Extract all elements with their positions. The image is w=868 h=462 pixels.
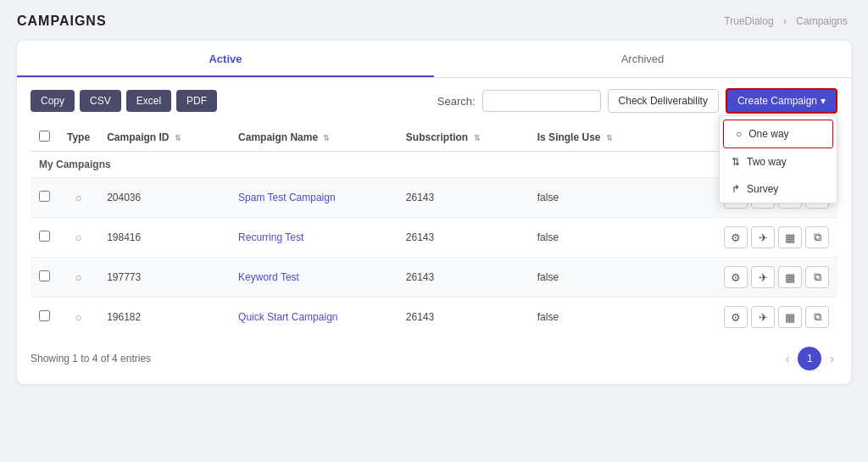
survey-label: Survey bbox=[747, 183, 778, 195]
create-campaign-button[interactable]: Create Campaign ▾ bbox=[726, 88, 837, 114]
row-subscription: 26143 bbox=[398, 218, 529, 258]
breadcrumb-separator: › bbox=[783, 15, 787, 27]
row-is-single-use: false bbox=[529, 258, 662, 298]
col-header-campaign-name: Campaign Name ⇅ bbox=[230, 124, 398, 152]
campaign-type-icon: ○ bbox=[75, 231, 82, 244]
chevron-down-icon: ▾ bbox=[821, 95, 826, 107]
row-is-single-use: false bbox=[529, 178, 662, 218]
excel-button[interactable]: Excel bbox=[126, 90, 171, 112]
survey-icon: ↱ bbox=[732, 183, 740, 195]
prev-page-button[interactable]: ‹ bbox=[782, 350, 793, 367]
action-send-button[interactable]: ✈ bbox=[751, 226, 775, 248]
row-checkbox[interactable] bbox=[39, 270, 50, 281]
campaign-type-icon: ○ bbox=[75, 271, 82, 284]
search-label: Search: bbox=[437, 95, 476, 108]
pagination: ‹ 1 › bbox=[782, 347, 837, 370]
action-send-button[interactable]: ✈ bbox=[751, 266, 775, 288]
breadcrumb-campaigns: Campaigns bbox=[796, 15, 848, 27]
campaigns-table: Type Campaign ID ⇅ Campaign Name ⇅ Subsc… bbox=[31, 124, 837, 337]
breadcrumb: TrueDialog › Campaigns bbox=[721, 15, 851, 27]
copy-button[interactable]: Copy bbox=[31, 90, 75, 112]
col-header-checkbox bbox=[31, 124, 58, 152]
tab-archived[interactable]: Archived bbox=[434, 41, 851, 77]
row-campaign-name: Quick Start Campaign bbox=[230, 298, 398, 337]
action-settings-button[interactable]: ⚙ bbox=[724, 226, 748, 248]
row-campaign-name: Keyword Test bbox=[230, 258, 398, 298]
table-row: ○ 196182 Quick Start Campaign 26143 fals… bbox=[31, 298, 837, 337]
section-label: My Campaigns bbox=[31, 152, 837, 178]
sort-icon-campaign-name[interactable]: ⇅ bbox=[323, 134, 330, 142]
row-actions-cell: ⚙ ✈ ▦ ⧉ bbox=[662, 218, 837, 258]
row-checkbox[interactable] bbox=[39, 191, 50, 202]
campaign-name-link[interactable]: Spam Test Campaign bbox=[238, 192, 336, 203]
row-type: ○ bbox=[58, 298, 98, 337]
row-subscription: 26143 bbox=[398, 178, 529, 218]
table-row: ○ 198416 Recurring Test 26143 false ⚙ ✈ … bbox=[31, 218, 837, 258]
create-campaign-container: Create Campaign ▾ ○ One way ⇅ Two way bbox=[726, 88, 837, 114]
row-checkbox[interactable] bbox=[39, 231, 50, 242]
row-type: ○ bbox=[58, 218, 98, 258]
action-copy-button[interactable]: ⧉ bbox=[805, 226, 829, 248]
campaign-name-link[interactable]: Keyword Test bbox=[238, 271, 299, 283]
row-campaign-name: Spam Test Campaign bbox=[230, 178, 398, 218]
row-campaign-name: Recurring Test bbox=[230, 218, 398, 258]
campaign-type-icon: ○ bbox=[75, 311, 82, 324]
table-row: ○ 204036 Spam Test Campaign 26143 false … bbox=[31, 178, 837, 218]
pdf-button[interactable]: PDF bbox=[176, 90, 217, 112]
one-way-label: One way bbox=[748, 128, 788, 140]
check-deliverability-button[interactable]: Check Deliverability bbox=[608, 89, 719, 113]
row-campaign-id: 204036 bbox=[98, 178, 230, 218]
action-settings-button[interactable]: ⚙ bbox=[724, 306, 748, 328]
row-subscription: 26143 bbox=[398, 298, 529, 337]
action-stats-button[interactable]: ▦ bbox=[778, 306, 802, 328]
row-subscription: 26143 bbox=[398, 258, 529, 298]
tabs: Active Archived bbox=[17, 41, 851, 78]
campaign-type-icon: ○ bbox=[75, 192, 82, 204]
sort-icon-campaign-id[interactable]: ⇅ bbox=[175, 134, 181, 142]
action-send-button[interactable]: ✈ bbox=[751, 306, 775, 328]
select-all-checkbox[interactable] bbox=[39, 131, 50, 142]
csv-button[interactable]: CSV bbox=[80, 90, 121, 112]
table-row: ○ 197773 Keyword Test 26143 false ⚙ ✈ ▦ … bbox=[31, 258, 837, 298]
row-actions-cell: ⚙ ✈ ▦ ⧉ bbox=[662, 298, 837, 337]
next-page-button[interactable]: › bbox=[826, 350, 837, 367]
row-checkbox[interactable] bbox=[39, 310, 50, 321]
dropdown-item-one-way[interactable]: ○ One way bbox=[723, 120, 833, 148]
row-checkbox-cell bbox=[31, 298, 58, 337]
action-copy-button[interactable]: ⧉ bbox=[805, 306, 829, 328]
toolbar-right: Search: Check Deliverability Create Camp… bbox=[437, 88, 837, 114]
action-stats-button[interactable]: ▦ bbox=[778, 266, 802, 288]
col-header-type: Type bbox=[58, 124, 98, 152]
row-type: ○ bbox=[58, 258, 98, 298]
row-type: ○ bbox=[58, 178, 98, 218]
action-stats-button[interactable]: ▦ bbox=[778, 226, 802, 248]
two-way-icon: ⇅ bbox=[732, 156, 740, 168]
search-input[interactable] bbox=[482, 90, 601, 112]
breadcrumb-truedialog: TrueDialog bbox=[724, 15, 773, 27]
one-way-icon: ○ bbox=[736, 128, 742, 140]
campaign-name-link[interactable]: Quick Start Campaign bbox=[238, 311, 337, 323]
create-campaign-dropdown: ○ One way ⇅ Two way ↱ Survey bbox=[719, 115, 837, 203]
sort-icon-subscription[interactable]: ⇅ bbox=[474, 134, 481, 142]
row-checkbox-cell bbox=[31, 258, 58, 298]
campaign-name-link[interactable]: Recurring Test bbox=[238, 231, 303, 243]
main-card: Active Archived Copy CSV Excel PDF Searc… bbox=[17, 41, 851, 384]
row-campaign-id: 198416 bbox=[98, 218, 230, 258]
row-actions: ⚙ ✈ ▦ ⧉ bbox=[670, 306, 829, 328]
row-checkbox-cell bbox=[31, 178, 58, 218]
col-header-is-single-use: Is Single Use ⇅ bbox=[529, 124, 662, 152]
action-settings-button[interactable]: ⚙ bbox=[724, 266, 748, 288]
col-header-campaign-id: Campaign ID ⇅ bbox=[98, 124, 230, 152]
dropdown-item-two-way[interactable]: ⇅ Two way bbox=[720, 148, 837, 175]
dropdown-item-survey[interactable]: ↱ Survey bbox=[720, 175, 837, 203]
sort-icon-is-single-use[interactable]: ⇅ bbox=[606, 134, 613, 142]
tab-active[interactable]: Active bbox=[17, 41, 434, 77]
showing-text: Showing 1 to 4 of 4 entries bbox=[31, 353, 151, 365]
action-copy-button[interactable]: ⧉ bbox=[805, 266, 829, 288]
col-header-subscription: Subscription ⇅ bbox=[398, 124, 529, 152]
row-actions: ⚙ ✈ ▦ ⧉ bbox=[670, 226, 829, 248]
toolbar: Copy CSV Excel PDF Search: Check Deliver… bbox=[17, 78, 851, 124]
page-title: CAMPAIGNS bbox=[17, 14, 107, 29]
row-actions: ⚙ ✈ ▦ ⧉ bbox=[670, 266, 829, 288]
page-1-button[interactable]: 1 bbox=[798, 347, 821, 370]
